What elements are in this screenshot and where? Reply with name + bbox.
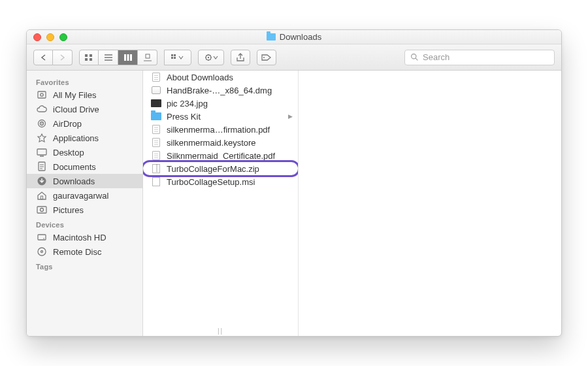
file-row[interactable]: HandBrake-…_x86_64.dmg [143,84,298,97]
sidebar-item-label: Macintosh HD [53,233,106,242]
sidebar-header-tags: Tags [27,259,142,272]
sidebar-item-label: Applications [53,133,99,143]
sidebar-item-label: Pictures [53,205,84,215]
sidebar-item-label: All My Files [53,90,96,100]
sidebar-item-label: Downloads [53,176,95,186]
search-icon [410,53,419,61]
file-name: TurboCollageSetup.msi [167,177,255,187]
sidebar-item-hd[interactable]: Macintosh HD [27,230,142,244]
apps-icon [36,133,48,143]
share-button[interactable] [231,50,250,65]
sidebar-item-remotedisc[interactable]: Remote Disc [27,244,142,259]
search-placeholder: Search [423,52,449,62]
file-row[interactable]: silkenmermaid.keystore [143,136,298,149]
svg-rect-5 [127,54,129,61]
sidebar-item-home[interactable]: gauravagarwal [27,188,142,203]
titlebar: Downloads [27,30,561,44]
desktop-icon [36,147,48,158]
folder-icon [267,33,276,41]
home-icon [36,190,48,201]
finder-window: Downloads Search Favorites All My Filesi… [26,29,562,337]
forward-button[interactable] [53,50,73,65]
sidebar-item-airdrop[interactable]: AirDrop [27,116,142,131]
sidebar: Favorites All My FilesiCloud DriveAirDro… [27,71,143,336]
file-row[interactable]: pic 234.jpg [143,97,298,110]
action-button[interactable] [198,50,224,65]
fld-icon [151,111,161,122]
file-row[interactable]: silkenmerma…firmation.pdf [143,123,298,136]
file-name: TurboCollageForMac.zip [167,164,259,174]
doc-icon [151,150,161,161]
file-name: About Downloads [167,73,233,82]
sidebar-item-label: Documents [53,162,96,172]
svg-point-30 [41,251,43,253]
file-name: Press Kit [167,112,201,122]
sidebar-item-desktop[interactable]: Desktop [27,145,142,159]
svg-point-28 [43,238,44,239]
file-row[interactable]: TurboCollageSetup.msi [143,175,298,188]
hd-icon [36,232,48,242]
file-row[interactable]: About Downloads [143,71,298,84]
toolbar: Search [27,44,561,71]
doc-icon [151,124,161,135]
svg-rect-21 [37,149,46,155]
arrange-button[interactable] [164,50,191,65]
svg-rect-9 [174,54,176,56]
svg-rect-2 [85,58,88,61]
sidebar-item-label: gauravagarwal [53,191,108,201]
file-row[interactable]: Press Kit [143,110,298,123]
svg-rect-3 [90,58,92,61]
file-row[interactable]: TurboCollageForMac.zip [143,162,298,175]
sidebar-item-pictures[interactable]: Pictures [27,203,142,217]
svg-rect-1 [90,54,92,57]
svg-rect-27 [38,235,46,240]
list-view-button[interactable] [99,50,118,65]
airdrop-icon [36,118,48,129]
column-resize-handle[interactable]: || [218,327,223,335]
svg-point-26 [41,208,44,212]
column-view-button[interactable] [118,50,138,65]
window-title-text: Downloads [280,32,321,42]
sidebar-item-downloads[interactable]: Downloads [27,174,142,188]
svg-point-29 [38,248,46,256]
file-name: silkenmermaid.keystore [167,138,256,148]
sidebar-item-allmyfiles[interactable]: All My Files [27,88,142,102]
sidebar-item-documents[interactable]: Documents [27,159,142,174]
coverflow-view-button[interactable] [138,50,157,65]
arrange-group [164,50,191,65]
sidebar-header-devices: Devices [27,217,142,230]
sidebar-header-favorites: Favorites [27,75,142,88]
allmyfiles-icon [36,90,48,100]
tags-button[interactable] [257,50,276,65]
zip-icon [151,163,161,174]
svg-point-17 [41,93,43,96]
sidebar-item-icloud[interactable]: iCloud Drive [27,102,142,116]
svg-point-15 [412,54,416,59]
svg-point-20 [41,123,42,124]
minimize-window-button[interactable] [46,33,54,41]
icloud-icon [36,104,48,114]
close-window-button[interactable] [33,33,41,41]
svg-rect-16 [38,92,46,98]
preview-column [299,71,561,336]
back-button[interactable] [33,50,53,65]
sidebar-item-label: Desktop [53,148,84,158]
icon-view-button[interactable] [79,50,99,65]
svg-rect-0 [85,54,88,57]
svg-point-14 [263,57,265,58]
svg-rect-4 [124,54,126,61]
doc-icon [151,72,161,82]
search-field[interactable]: Search [404,50,555,65]
svg-rect-24 [41,196,43,199]
dmg-icon [151,85,161,95]
msi-icon [151,176,161,187]
jpg-icon [151,98,161,108]
zoom-window-button[interactable] [59,33,67,41]
sidebar-item-label: iCloud Drive [53,105,99,114]
sidebar-item-apps[interactable]: Applications [27,131,142,145]
finder-body: Favorites All My FilesiCloud DriveAirDro… [27,71,561,336]
downloads-icon [36,176,48,186]
documents-icon [36,161,48,172]
file-row[interactable]: Silknmermaid_Certificate.pdf [143,149,298,162]
svg-rect-10 [171,57,173,59]
